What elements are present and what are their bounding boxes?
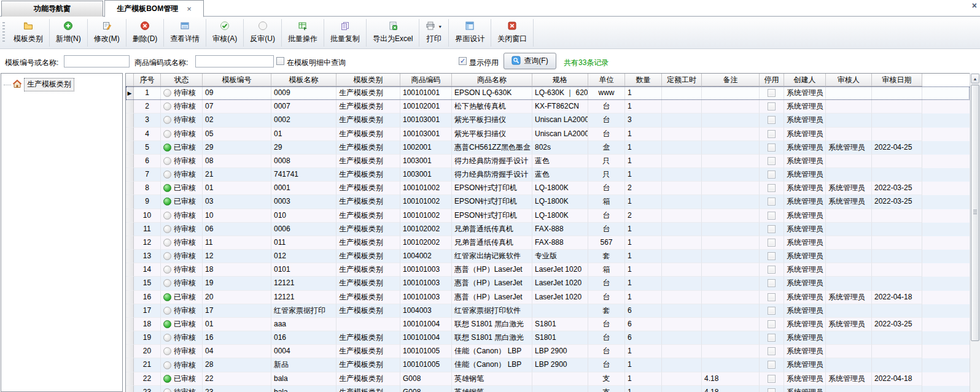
grid-header-auditor[interactable]: 审核人: [826, 74, 872, 86]
table-row[interactable]: 9已审核030003生产模板类别100101002EPSON针式打印机LQ-18…: [126, 195, 970, 209]
disable-checkbox[interactable]: [768, 184, 776, 192]
tab-close-icon[interactable]: ×: [187, 4, 192, 13]
grid-header-audit_date[interactable]: 审核日期: [872, 74, 922, 86]
disable-checkbox[interactable]: [768, 130, 776, 138]
table-row[interactable]: 16已审核2012121生产模板类别100101003惠普（HP）LaserJe…: [126, 291, 970, 304]
show-disabled-checkbox[interactable]: ✓: [459, 57, 467, 65]
table-row[interactable]: 8已审核010001生产模板类别100101002EPSON针式打印机LQ-18…: [126, 182, 970, 195]
table-row[interactable]: 10待审核10010生产模板类别100101002EPSON针式打印机LQ-18…: [126, 209, 970, 223]
disable-checkbox[interactable]: [768, 116, 776, 124]
table-row[interactable]: 13待审核12012生产模板类别1004002红管家出纳记账软件专业版套1系统管…: [126, 250, 970, 263]
product-filter-input[interactable]: [195, 55, 274, 67]
status-cell: 待审核: [161, 209, 203, 223]
table-row[interactable]: 21待审核28新品生产模板类别100101005佳能（Canon） LBPLBP…: [126, 358, 970, 372]
disable-checkbox[interactable]: [768, 361, 776, 369]
grid-header-name[interactable]: 模板名称: [271, 74, 336, 86]
search-in-detail-checkbox[interactable]: [276, 57, 284, 65]
table-row[interactable]: ▶1待审核090009生产模板类别100101001EPSON LQ-630KL…: [126, 86, 970, 100]
grid-header-spec[interactable]: 规格: [532, 74, 588, 86]
disable-checkbox[interactable]: [768, 252, 776, 260]
table-row[interactable]: 11待审核060006生产模板类别100102002兄弟普通纸传真机FAX-88…: [126, 223, 970, 236]
disable-checkbox[interactable]: [768, 171, 776, 179]
disable-checkbox[interactable]: [768, 266, 776, 274]
disable-checkbox[interactable]: [768, 334, 776, 342]
grid-header-product_code[interactable]: 商品编码: [400, 74, 452, 86]
tab-bom-management[interactable]: 生产模板BOM管理 ×: [104, 0, 204, 17]
table-row[interactable]: 3待审核020002生产模板类别100103001紫光平板扫描仪Uniscan …: [126, 113, 970, 127]
tree-node-root[interactable]: 生产模板类别: [4, 78, 74, 91]
grid-header-creator[interactable]: 创建人: [784, 74, 826, 86]
cell-creator: 系统管理员: [784, 372, 826, 386]
table-row[interactable]: 12待审核11011生产模板类别100102002兄弟普通纸传真机FAX-888…: [126, 236, 970, 250]
table-row[interactable]: 5已审核2929生产模板类别1002001惠普CH561ZZ黑色墨盒802s盒1…: [126, 141, 970, 155]
table-row[interactable]: 20待审核040004生产模板类别100101005佳能（Canon） LBPL…: [126, 345, 970, 358]
disable-checkbox[interactable]: [768, 388, 776, 392]
template-filter-input[interactable]: [64, 55, 130, 67]
disable-checkbox[interactable]: [768, 157, 776, 165]
pending-status-icon: [163, 279, 171, 287]
disable-checkbox[interactable]: [768, 102, 776, 110]
table-row[interactable]: 18已审核01aaa100101004联想 S1801 黑白激光S1801台6系…: [126, 318, 970, 331]
scrollbar-thumb[interactable]: [971, 85, 979, 341]
disable-checkbox[interactable]: [768, 293, 776, 301]
table-row[interactable]: 22已审核22bala生产模板类别G008英雄钢笔支14.18系统管理员系统管理…: [126, 372, 970, 386]
grid-header-unit[interactable]: 单位: [588, 74, 625, 86]
table-row[interactable]: 4待审核0501生产模板类别100103001紫光平板扫描仪Uniscan LA…: [126, 128, 970, 141]
disable-checkbox[interactable]: [768, 212, 776, 220]
grid-header-category[interactable]: 模板类别: [336, 74, 400, 86]
toolbar-grip-handle[interactable]: [2, 22, 5, 44]
toolbar-button-batch-copy[interactable]: 批量复制: [324, 17, 366, 48]
toolbar-button-approve[interactable]: 审核(A): [206, 17, 243, 48]
toolbar-button-batch-operate[interactable]: 批量操作: [282, 17, 324, 48]
toolbar-button-print[interactable]: ▼打印: [419, 17, 448, 48]
cell-category: 生产模板类别: [336, 141, 400, 155]
table-row[interactable]: 2待审核070007生产模板类别100102001松下热敏传真机KX-FT862…: [126, 100, 970, 113]
disable-checkbox[interactable]: [768, 347, 776, 355]
cell-product_name: EPSON针式打印机: [452, 195, 532, 209]
table-row[interactable]: 6待审核080008生产模板类别1003001得力经典防滑握手设计蓝色只1系统管…: [126, 155, 970, 168]
toolbar-button-unapprove[interactable]: 反审(U): [244, 17, 281, 48]
grid-header-qty[interactable]: 数量: [625, 74, 662, 86]
disable-checkbox[interactable]: [768, 89, 776, 97]
table-row[interactable]: 19待审核16016生产模板类别100101004联想 S1801 黑白激光S1…: [126, 331, 970, 345]
disable-checkbox[interactable]: [768, 279, 776, 287]
table-row[interactable]: 15待审核1912121生产模板类别100101003惠普（HP）LaserJe…: [126, 277, 970, 290]
cell-unit: 台: [588, 318, 625, 331]
disable-checkbox[interactable]: [768, 375, 776, 383]
toolbar-button-close-window[interactable]: 关闭窗口: [491, 17, 533, 48]
dropdown-arrow-icon[interactable]: ▼: [438, 25, 442, 29]
disable-checkbox[interactable]: [768, 144, 776, 152]
table-row[interactable]: 7待审核21741741生产模板类别1003001得力经典防滑握手设计蓝色只1系…: [126, 168, 970, 182]
disable-checkbox[interactable]: [768, 225, 776, 233]
scroll-up-button[interactable]: ▲: [971, 74, 979, 83]
tab-function-nav[interactable]: 功能导航窗: [1, 1, 103, 17]
grid-header-hours[interactable]: 定额工时: [662, 74, 702, 86]
query-button[interactable]: 查询(F): [504, 53, 556, 69]
cell-spec: LQ-1800K: [532, 182, 588, 195]
toolbar-button-delete[interactable]: 删除(D): [126, 17, 164, 48]
disable-checkbox[interactable]: [768, 239, 776, 247]
toolbar-button-edit[interactable]: 修改(M): [88, 17, 126, 48]
grid-header-code[interactable]: 模板编号: [203, 74, 271, 86]
toolbar-button-ui-design[interactable]: 界面设计: [449, 17, 491, 48]
disable-checkbox[interactable]: [768, 198, 776, 206]
unapprove-icon: [258, 21, 268, 33]
grid-header-remark[interactable]: 备注: [702, 74, 760, 86]
disable-checkbox[interactable]: [768, 320, 776, 328]
toolbar-button-folder[interactable]: 模板类别: [7, 17, 49, 48]
toolbar-button-add[interactable]: 新增(N): [50, 17, 87, 48]
vertical-scrollbar[interactable]: ▲: [970, 73, 980, 392]
toolbar-button-excel[interactable]: 导出为Excel: [367, 17, 419, 48]
grid-header-status[interactable]: 状态: [161, 74, 203, 86]
grid-header-product_name[interactable]: 商品名称: [452, 74, 532, 86]
grid-header-seq[interactable]: 序号: [134, 74, 161, 86]
window-close-icon[interactable]: ×: [972, 1, 977, 10]
cell-code: 12: [203, 250, 271, 263]
toolbar-button-details[interactable]: 查看详情: [164, 17, 206, 48]
table-row[interactable]: 17待审核17红管家票据打印生产模板类别1004003红管家票据打印软件套6系统…: [126, 304, 970, 318]
grid-header-disabled[interactable]: 停用: [760, 74, 784, 86]
table-row[interactable]: 23待审核23bala生产模板类别G008英雄钢笔支14.18系统管理员: [126, 386, 970, 392]
disable-checkbox[interactable]: [768, 307, 776, 315]
cell-category: 生产模板类别: [336, 277, 400, 290]
table-row[interactable]: 14待审核180101生产模板类别100101003惠普（HP）LaserJet…: [126, 263, 970, 277]
